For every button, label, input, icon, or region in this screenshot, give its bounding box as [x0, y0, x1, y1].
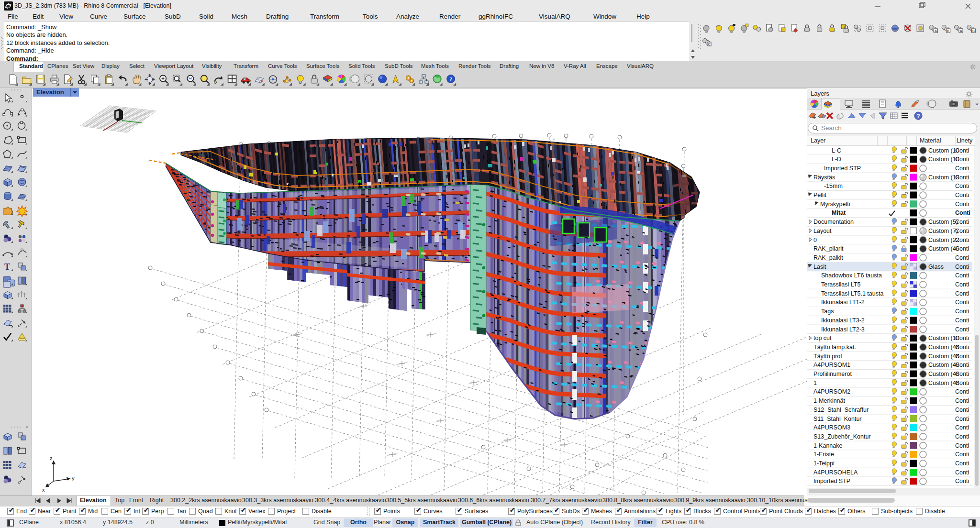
svg-text:Conti: Conti	[955, 228, 969, 234]
svg-text:Conti: Conti	[955, 174, 969, 181]
svg-text:A: A	[935, 29, 937, 33]
svg-text:Imported STP: Imported STP	[824, 165, 861, 172]
svg-text:Terassilasi LT5.1 tausta: Terassilasi LT5.1 tausta	[821, 290, 883, 297]
svg-text:Custom (7): Custom (7)	[928, 228, 958, 234]
svg-text:Räystäs: Räystäs	[813, 174, 835, 181]
svg-text:Custom (18: Custom (18	[928, 174, 959, 181]
svg-text:1-Eriste: 1-Eriste	[813, 451, 834, 458]
svg-text:Conti: Conti	[955, 209, 970, 216]
svg-text:1-Teippi: 1-Teippi	[813, 460, 835, 467]
svg-text:Conti: Conti	[955, 219, 969, 225]
svg-text:Conti: Conti	[955, 237, 969, 243]
svg-text:Ikkunalasi LT2-3: Ikkunalasi LT2-3	[821, 326, 865, 333]
svg-text:y: y	[72, 475, 75, 481]
svg-text:L-C: L-C	[832, 147, 841, 154]
svg-text:RAK_palkit: RAK_palkit	[813, 254, 843, 261]
svg-text:1: 1	[813, 380, 817, 386]
svg-text:Terassilasi LT5: Terassilasi LT5	[821, 281, 860, 288]
svg-text:Custom (46: Custom (46	[928, 371, 959, 377]
svg-text:C: C	[708, 43, 710, 46]
svg-text:T: T	[4, 262, 10, 272]
svg-text:Conti: Conti	[955, 165, 969, 172]
svg-text:Conti: Conti	[955, 442, 969, 449]
svg-text:Conti: Conti	[955, 326, 969, 333]
svg-text:Conti: Conti	[955, 407, 969, 413]
svg-text:Layout: Layout	[813, 228, 832, 234]
svg-text:Ikkunalasi LT3-2: Ikkunalasi LT3-2	[821, 317, 865, 324]
svg-text:L-D: L-D	[832, 156, 841, 163]
svg-text:Conti: Conti	[955, 353, 969, 360]
svg-text:x: x	[42, 487, 45, 493]
svg-text:Conti: Conti	[955, 272, 969, 279]
svg-text:Custom (10: Custom (10	[928, 156, 959, 163]
svg-text:A: A	[960, 29, 962, 33]
svg-text:Conti: Conti	[955, 371, 969, 377]
svg-text:?: ?	[916, 113, 920, 120]
svg-text:Conti: Conti	[955, 192, 969, 198]
svg-text:Conti: Conti	[955, 254, 969, 261]
svg-text:Conti: Conti	[955, 388, 969, 395]
svg-text:?: ?	[449, 76, 452, 83]
svg-text:Conti: Conti	[955, 281, 969, 288]
svg-text:0: 0	[813, 237, 817, 243]
svg-text:Custom (5): Custom (5)	[928, 219, 958, 225]
svg-text:A4PURSOHELA: A4PURSOHELA	[813, 469, 858, 476]
svg-text:Profiilinumerot: Profiilinumerot	[813, 371, 852, 377]
svg-text:B: B	[972, 29, 975, 33]
svg-text:Shadowbox LT6 tausta: Shadowbox LT6 tausta	[821, 272, 882, 279]
svg-text:Conti: Conti	[955, 469, 969, 476]
svg-text:-15mm: -15mm	[824, 183, 843, 189]
svg-text:Conti: Conti	[955, 344, 969, 351]
svg-text:Lasit: Lasit	[813, 264, 826, 270]
svg-text:Custom (46: Custom (46	[928, 353, 959, 360]
svg-text:Conti: Conti	[955, 299, 969, 306]
svg-text:Conti: Conti	[955, 397, 969, 404]
svg-text:Conti: Conti	[955, 201, 969, 208]
svg-text:A4PURSOM3: A4PURSOM3	[813, 424, 850, 431]
svg-text:Conti: Conti	[955, 264, 969, 270]
svg-text:Conti: Conti	[955, 416, 969, 422]
svg-text:RAK_pilarit: RAK_pilarit	[813, 245, 844, 252]
svg-text:S11_Stahl_Kontur: S11_Stahl_Kontur	[813, 416, 862, 422]
svg-text:Conti: Conti	[955, 308, 969, 315]
svg-text:Conti: Conti	[955, 245, 969, 252]
svg-text:Imported STP: Imported STP	[813, 478, 850, 484]
svg-text:Conti: Conti	[955, 380, 969, 386]
svg-text:Conti: Conti	[955, 156, 969, 163]
svg-text:Tags: Tags	[821, 308, 834, 315]
svg-text:Conti: Conti	[955, 335, 969, 341]
svg-text:Custom (46: Custom (46	[928, 380, 959, 386]
svg-text:1-Merkinnät: 1-Merkinnät	[813, 397, 846, 404]
svg-text:Conti: Conti	[955, 362, 969, 368]
svg-text:Conti: Conti	[955, 317, 969, 324]
svg-text:Custom (46: Custom (46	[928, 245, 959, 252]
svg-text:Custom (46: Custom (46	[928, 344, 959, 351]
svg-text:A4PURSOM2: A4PURSOM2	[813, 388, 850, 395]
svg-text:Pellit: Pellit	[813, 192, 827, 198]
svg-text:»: »	[975, 101, 978, 107]
svg-text:Conti: Conti	[955, 183, 969, 189]
svg-text:Ikkunalasi LT1-2: Ikkunalasi LT1-2	[821, 299, 865, 306]
svg-text:Custom (46: Custom (46	[928, 362, 959, 368]
svg-text:Custom (10: Custom (10	[928, 335, 959, 341]
svg-text:Custom (10: Custom (10	[928, 147, 959, 154]
svg-text:1-Kannake: 1-Kannake	[813, 442, 843, 449]
svg-text:Conti: Conti	[955, 433, 969, 440]
svg-text:Conti: Conti	[955, 424, 969, 431]
svg-text:Myrskypelti: Myrskypelti	[820, 201, 850, 208]
svg-text:Custom (22: Custom (22	[928, 237, 959, 243]
svg-text:Conti: Conti	[955, 460, 969, 467]
svg-text:Mitat: Mitat	[832, 209, 846, 216]
svg-text:A4PURSOM1: A4PURSOM1	[813, 362, 850, 368]
svg-text:S12_Stahl_Schraffur: S12_Stahl_Schraffur	[813, 407, 869, 413]
svg-text:Glass: Glass	[928, 264, 944, 270]
svg-text:S13_Zubehör_Kontur: S13_Zubehör_Kontur	[813, 433, 871, 440]
svg-text:Documentation: Documentation	[813, 219, 854, 225]
svg-text:Täyttö prof: Täyttö prof	[813, 353, 842, 360]
svg-text:Conti: Conti	[955, 451, 969, 458]
svg-text:top cut: top cut	[813, 335, 832, 341]
svg-text:Conti: Conti	[955, 290, 969, 297]
svg-text:Täyttö lämp.kat.: Täyttö lämp.kat.	[813, 344, 856, 351]
svg-text:Conti: Conti	[955, 147, 969, 154]
svg-text:B: B	[947, 29, 949, 33]
